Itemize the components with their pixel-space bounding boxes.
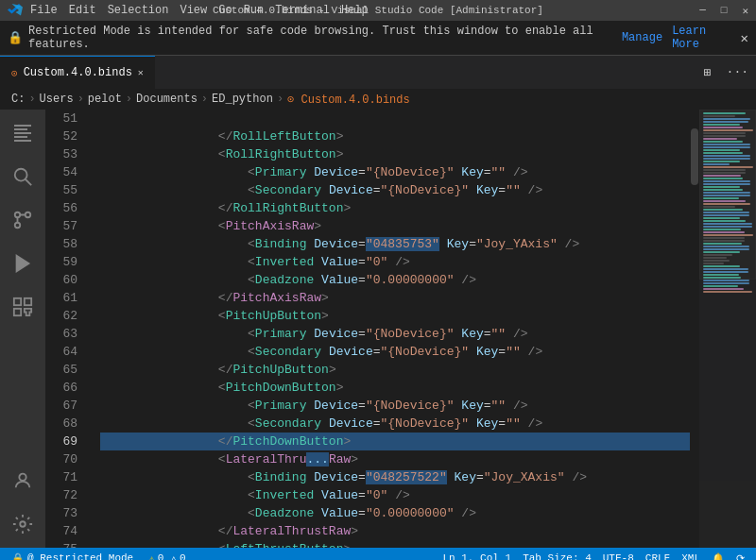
trust-link[interactable]: Manage [622,31,662,44]
restricted-mode-label: @ Restricted Mode [27,552,133,560]
maximize-button[interactable]: □ [721,5,728,17]
activity-bar [0,110,45,548]
line-numbers: 51 52 53 54 55 56 57 58 59 60 61 62 63 6… [45,110,93,548]
svg-rect-13 [14,309,21,315]
breadcrumb-pelot[interactable]: pelot [88,93,122,106]
learn-more-link[interactable]: Learn More [672,25,734,51]
restricted-mode-icon: 🔒 [11,552,25,561]
sync-button[interactable]: ⟳ [732,552,748,561]
svg-point-7 [15,212,21,218]
activity-settings[interactable] [7,508,39,540]
file-icon: ⊙ [11,67,18,79]
breadcrumb-file[interactable]: ⊙ Custom.4.0.binds [287,93,410,107]
status-bar: 🔒 @ Restricted Mode ⚠ 0 △ 0 Ln 1, Col 1 … [0,548,756,560]
minimap-content [699,110,756,548]
minimize-button[interactable]: ─ [699,5,706,17]
svg-marker-10 [17,256,29,272]
split-editor-button[interactable]: ⊞ [696,65,719,80]
breadcrumb-c[interactable]: C: [11,93,25,106]
restricted-mode-status[interactable]: 🔒 @ Restricted Mode [8,548,137,560]
svg-rect-11 [14,298,21,305]
code-line-51: </RollLeftButton> [100,110,690,127]
svg-rect-3 [14,136,27,138]
activity-explorer[interactable] [7,117,39,149]
close-button[interactable]: ✕ [742,5,748,17]
tab-custom-binds[interactable]: ⊙ Custom.4.0.binds ✕ [0,56,155,89]
activity-debug[interactable] [7,247,39,280]
breadcrumb-users[interactable]: Users [40,93,74,106]
warnings-status[interactable]: ⚠ 0 △ 0 [145,548,189,560]
svg-point-8 [15,223,21,229]
warning-icon: ⚠ [148,552,155,561]
svg-point-14 [19,474,26,481]
bell-icon: 🔔 [712,552,725,561]
svg-rect-0 [14,125,31,127]
language-mode[interactable]: XML [678,552,704,561]
breadcrumb-ed-python[interactable]: ED_python [212,93,273,106]
svg-point-15 [20,521,26,527]
encoding[interactable]: UTF-8 [599,552,638,561]
tab-bar: ⊙ Custom.4.0.binds ✕ ⊞ ··· [0,56,756,89]
menu-file[interactable]: File [30,4,58,17]
warning-count: 0 [158,552,164,560]
restricted-banner: 🔒 Restricted Mode is intended for safe c… [0,21,756,56]
error-count: 0 [180,552,186,560]
activity-search[interactable] [7,161,39,193]
sync-icon: ⟳ [736,552,745,561]
svg-rect-4 [14,140,31,142]
svg-line-6 [26,179,31,185]
status-right: Ln 1, Col 1 Tab Size: 4 UTF-8 CRLF XML 🔔… [439,552,748,561]
code-editor[interactable]: </RollLeftButton> <RollRightButton> <Pri… [93,110,690,548]
cursor-position[interactable]: Ln 1, Col 1 [439,552,516,561]
svg-rect-2 [14,132,31,134]
banner-text: Restricted Mode is intended for safe cod… [28,25,612,51]
svg-rect-1 [14,128,27,130]
tab-close-button[interactable]: ✕ [138,67,144,78]
tab-size[interactable]: Tab Size: 4 [519,552,595,561]
activity-source-control[interactable] [7,204,39,236]
minimap [699,110,756,548]
vscode-logo [8,3,23,18]
line-ending[interactable]: CRLF [642,552,674,561]
more-actions-button[interactable]: ··· [719,65,756,79]
scroll-thumb[interactable] [691,128,698,185]
breadcrumb-documents[interactable]: Documents [136,93,198,106]
notifications-button[interactable]: 🔔 [708,552,729,561]
svg-rect-12 [25,298,31,305]
main-content: 51 52 53 54 55 56 57 58 59 60 61 62 63 6… [0,110,756,548]
window-controls: ─ □ ✕ [699,5,748,17]
title-bar: File Edit Selection View Go Run Terminal… [0,0,756,21]
tab-label: Custom.4.0.binds [24,66,132,79]
menu-view[interactable]: View [180,4,207,17]
menu-edit[interactable]: Edit [69,4,96,17]
activity-account[interactable] [7,465,39,497]
vertical-scrollbar[interactable] [690,110,699,548]
editor-area[interactable]: 51 52 53 54 55 56 57 58 59 60 61 62 63 6… [45,110,756,548]
breadcrumb: C: › Users › pelot › Documents › ED_pyth… [0,89,756,110]
svg-point-5 [15,169,27,181]
activity-extensions[interactable] [7,291,39,323]
shield-icon: 🔒 [8,30,23,45]
banner-close-button[interactable]: ✕ [741,30,748,46]
error-icon: △ [170,552,177,561]
menu-selection[interactable]: Selection [108,4,169,17]
window-title: Custom.4.0.binds - Visual Studio Code [A… [213,5,543,16]
svg-point-9 [26,212,31,218]
